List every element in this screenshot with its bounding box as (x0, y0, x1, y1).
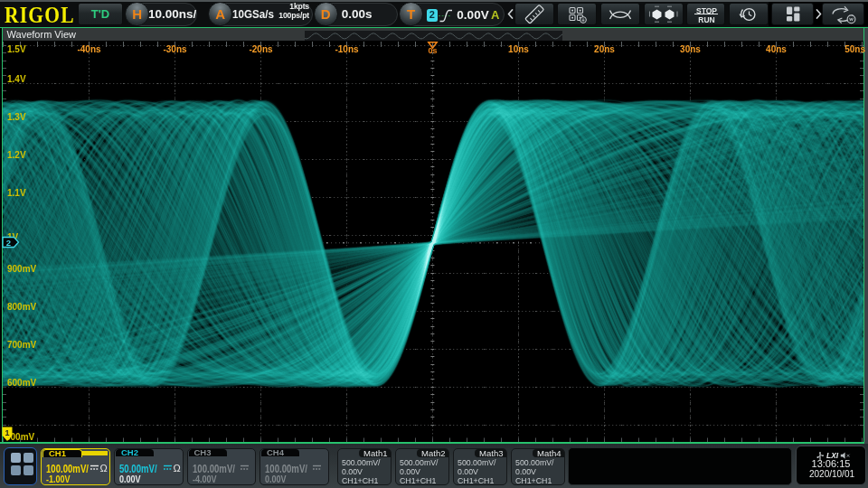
svg-text:13:06:15: 13:06:15 (812, 458, 851, 469)
svg-text:1: 1 (5, 428, 9, 437)
svg-text:2020/10/01: 2020/10/01 (809, 469, 854, 479)
svg-text:0s: 0s (428, 46, 437, 55)
svg-text:2: 2 (6, 238, 11, 248)
